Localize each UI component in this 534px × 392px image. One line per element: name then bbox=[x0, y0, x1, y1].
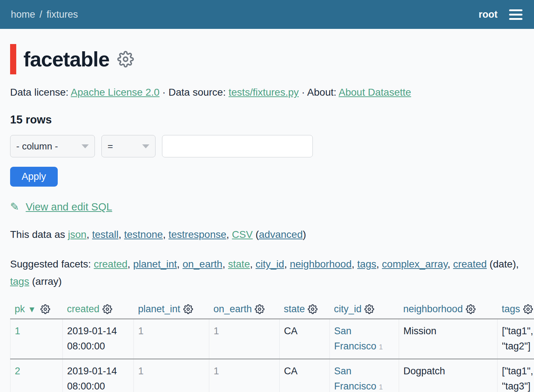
facet-link-tags[interactable]: tags bbox=[357, 258, 376, 270]
gear-icon[interactable] bbox=[466, 304, 476, 314]
gear-icon[interactable] bbox=[40, 304, 50, 314]
row-count-heading: 15 rows bbox=[10, 113, 524, 126]
gear-icon[interactable] bbox=[308, 304, 318, 314]
dot-separator: · bbox=[302, 87, 305, 98]
cell-planet-int: 1 bbox=[134, 319, 209, 359]
facet-link-city-id[interactable]: city_id bbox=[255, 258, 284, 270]
breadcrumb-home-link[interactable]: home bbox=[11, 9, 35, 20]
chevron-down-icon bbox=[82, 144, 89, 148]
city-fk-link[interactable]: San Francisco bbox=[334, 326, 376, 352]
filter-column-selected-value: - column - bbox=[16, 141, 58, 152]
logged-in-user[interactable]: root bbox=[479, 9, 498, 20]
gear-icon[interactable] bbox=[364, 304, 374, 314]
facet-link-on-earth[interactable]: on_earth bbox=[183, 258, 223, 270]
export-prefix: This data as bbox=[10, 229, 68, 240]
column-header-pk-link[interactable]: pk bbox=[15, 304, 25, 314]
column-header-created-link[interactable]: created bbox=[67, 304, 100, 314]
cell-city-id: San Francisco1 bbox=[330, 359, 399, 392]
export-link-advanced[interactable]: advanced bbox=[259, 229, 303, 240]
source-label: Data source: bbox=[168, 87, 226, 98]
breadcrumb-database-link[interactable]: fixtures bbox=[47, 9, 78, 20]
filter-operator-select[interactable]: = bbox=[101, 135, 156, 157]
column-header-created: created bbox=[63, 301, 134, 319]
filter-column-select[interactable]: - column - bbox=[10, 135, 95, 157]
suggested-facets-line: Suggested facets: created, planet_int, o… bbox=[10, 256, 524, 290]
row-pk-link[interactable]: 2 bbox=[15, 366, 20, 376]
export-link-testall[interactable]: testall bbox=[92, 229, 118, 240]
cell-neighborhood: Dogpatch bbox=[399, 359, 498, 392]
facet-link-planet-int[interactable]: planet_int bbox=[133, 258, 177, 270]
page-title-row: facetable bbox=[10, 44, 524, 74]
about-label: About: bbox=[307, 87, 336, 98]
cell-on-earth: 1 bbox=[209, 319, 280, 359]
dot-separator: · bbox=[162, 87, 166, 98]
facet-link-neighborhood[interactable]: neighborhood bbox=[290, 258, 351, 270]
facet-link-created[interactable]: created bbox=[94, 258, 127, 270]
view-edit-sql-link[interactable]: View and edit SQL bbox=[26, 201, 112, 213]
cell-city-id: San Francisco1 bbox=[330, 319, 399, 359]
column-header-planet-int-link[interactable]: planet_int bbox=[138, 304, 180, 314]
title-accent-bar bbox=[10, 44, 16, 74]
filter-value-input[interactable] bbox=[162, 135, 313, 157]
gear-icon[interactable] bbox=[102, 304, 112, 314]
cell-created: 2019-01-14 08:00:00 bbox=[63, 359, 134, 392]
apply-button[interactable]: Apply bbox=[10, 167, 58, 187]
table-settings-gear-icon[interactable] bbox=[117, 51, 134, 67]
cell-created: 2019-01-14 08:00:00 bbox=[63, 319, 134, 359]
column-header-neighborhood: neighborhood bbox=[399, 301, 498, 319]
filter-operator-selected-value: = bbox=[108, 141, 113, 152]
export-link-csv[interactable]: CSV bbox=[232, 229, 253, 240]
column-header-state-link[interactable]: state bbox=[284, 304, 305, 314]
cell-pk: 1 bbox=[10, 319, 63, 359]
gear-icon[interactable] bbox=[183, 304, 193, 314]
table-header-row: pk▼ created planet_int on_earth state ci… bbox=[10, 301, 534, 319]
breadcrumb: home / fixtures bbox=[11, 9, 78, 20]
page-title: facetable bbox=[23, 47, 109, 71]
top-nav: home / fixtures root bbox=[0, 0, 534, 29]
city-fk-link[interactable]: San Francisco bbox=[334, 366, 376, 392]
column-header-city-id: city_id bbox=[330, 301, 399, 319]
row-pk-link[interactable]: 1 bbox=[15, 326, 20, 336]
column-header-city-id-link[interactable]: city_id bbox=[334, 304, 362, 314]
about-link[interactable]: About Datasette bbox=[339, 87, 411, 98]
results-table: pk▼ created planet_int on_earth state ci… bbox=[10, 301, 534, 392]
export-link-testnone[interactable]: testnone bbox=[124, 229, 163, 240]
cell-pk: 2 bbox=[10, 359, 63, 392]
cell-state: CA bbox=[280, 359, 330, 392]
cell-tags: ["tag1", "tag2"] bbox=[498, 319, 534, 359]
column-header-tags: tags bbox=[498, 301, 534, 319]
facet-link-complex-array[interactable]: complex_array bbox=[382, 258, 448, 270]
results-table-container: pk▼ created planet_int on_earth state ci… bbox=[0, 301, 534, 392]
column-header-pk: pk▼ bbox=[10, 301, 63, 319]
export-link-testresponse[interactable]: testresponse bbox=[168, 229, 226, 240]
chevron-down-icon bbox=[142, 144, 149, 148]
gear-icon[interactable] bbox=[255, 304, 264, 314]
source-link[interactable]: tests/fixtures.py bbox=[229, 87, 299, 98]
pencil-icon: ✎ bbox=[10, 201, 19, 213]
column-header-state: state bbox=[280, 301, 330, 319]
sort-desc-icon: ▼ bbox=[28, 305, 36, 314]
column-header-on-earth: on_earth bbox=[209, 301, 280, 319]
fk-raw-id: 1 bbox=[379, 383, 383, 391]
column-header-neighborhood-link[interactable]: neighborhood bbox=[403, 304, 463, 314]
filter-row: - column - = bbox=[10, 135, 524, 157]
fk-raw-id: 1 bbox=[379, 343, 383, 351]
facet-link-tags-array[interactable]: tags bbox=[10, 276, 29, 287]
cell-tags: ["tag1", "tag3"] bbox=[498, 359, 534, 392]
cell-on-earth: 1 bbox=[209, 359, 280, 392]
facets-prefix: Suggested facets: bbox=[10, 258, 94, 270]
metadata-line: Data license: Apache License 2.0 · Data … bbox=[10, 87, 524, 98]
export-links-line: This data as json, testall, testnone, te… bbox=[10, 229, 524, 240]
export-link-json[interactable]: json bbox=[68, 229, 86, 240]
facet-link-created-date[interactable]: created bbox=[453, 258, 487, 270]
column-header-tags-link[interactable]: tags bbox=[502, 304, 520, 314]
facet-link-state[interactable]: state bbox=[228, 258, 250, 270]
column-header-on-earth-link[interactable]: on_earth bbox=[214, 304, 252, 314]
hamburger-menu-icon[interactable] bbox=[508, 8, 523, 21]
cell-planet-int: 1 bbox=[134, 359, 209, 392]
table-row: 1 2019-01-14 08:00:00 1 1 CA San Francis… bbox=[10, 319, 534, 359]
gear-icon[interactable] bbox=[523, 304, 533, 314]
license-link[interactable]: Apache License 2.0 bbox=[71, 87, 159, 98]
cell-neighborhood: Mission bbox=[399, 319, 498, 359]
sql-row: ✎ View and edit SQL bbox=[10, 200, 524, 213]
